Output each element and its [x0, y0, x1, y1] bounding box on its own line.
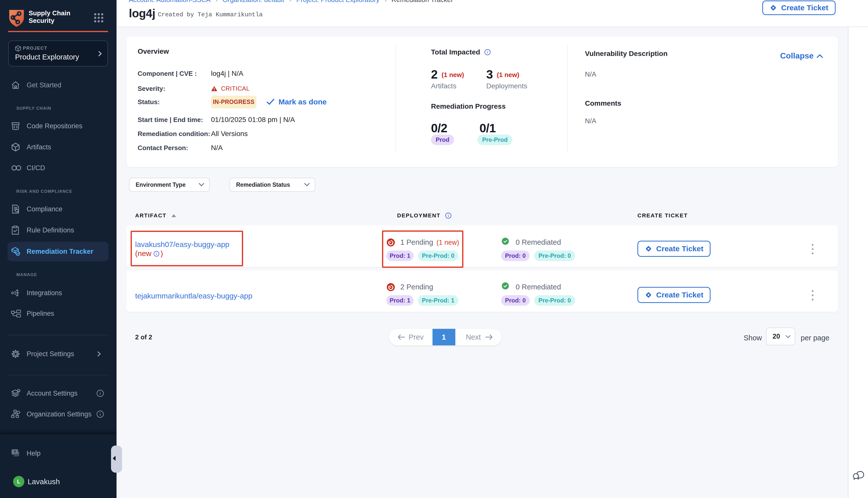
svg-text:?: ? [14, 450, 16, 455]
